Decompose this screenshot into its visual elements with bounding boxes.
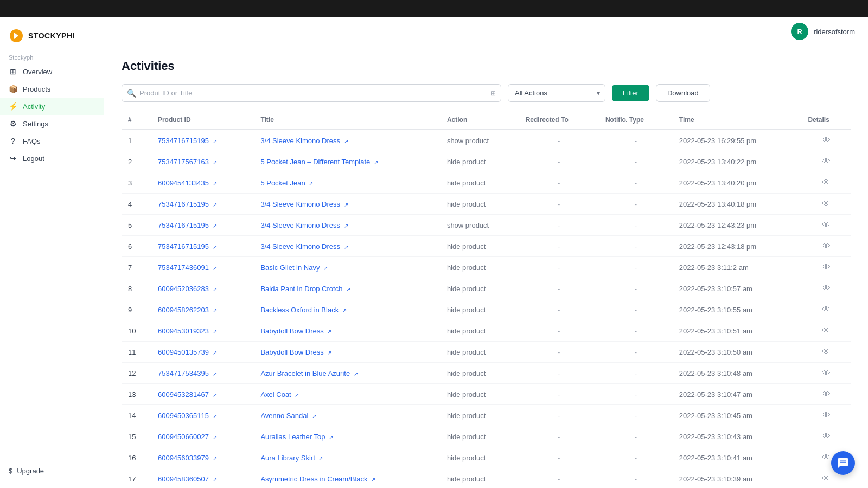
cell-title[interactable]: Babydoll Bow Dress ↗ [254, 320, 441, 342]
product-id-link[interactable]: 6009458360507 [158, 475, 209, 483]
sidebar-item-logout[interactable]: ↪ Logout [0, 150, 104, 167]
cell-product-id[interactable]: 7534716715195 ↗ [151, 194, 254, 215]
cell-product-id[interactable]: 6009450365115 ↗ [151, 405, 254, 426]
cell-product-id[interactable]: 6009450660027 ↗ [151, 426, 254, 447]
cell-title[interactable]: Basic Gilet in Navy ↗ [254, 257, 441, 278]
cell-product-id[interactable]: 7534717436091 ↗ [151, 257, 254, 278]
chat-button[interactable] [831, 451, 855, 475]
cell-details[interactable]: 👁 [801, 342, 851, 363]
title-link[interactable]: Axel Coat [260, 390, 291, 399]
cell-title[interactable]: Babydoll Bow Dress ↗ [254, 342, 441, 363]
cell-title[interactable]: Avenno Sandal ↗ [254, 405, 441, 426]
eye-icon[interactable]: 👁 [822, 474, 831, 483]
product-id-link[interactable]: 6009453019323 [158, 327, 209, 335]
eye-icon[interactable]: 👁 [822, 410, 831, 420]
eye-icon[interactable]: 👁 [822, 368, 831, 377]
title-link[interactable]: 3/4 Sleeve Kimono Dress [260, 242, 340, 251]
cell-product-id[interactable]: 7534716715195 ↗ [151, 215, 254, 236]
title-link[interactable]: Asymmetric Dress in Cream/Black [260, 475, 367, 483]
cell-title[interactable]: Backless Oxford in Black ↗ [254, 299, 441, 320]
product-id-link[interactable]: 7534716715195 [158, 200, 209, 208]
eye-icon[interactable]: 👁 [822, 347, 831, 356]
cell-product-id[interactable]: 6009458360507 ↗ [151, 468, 254, 489]
search-input[interactable] [122, 84, 501, 102]
cell-product-id[interactable]: 7534717567163 ↗ [151, 151, 254, 172]
title-link[interactable]: 3/4 Sleeve Kimono Dress [260, 200, 340, 208]
product-id-link[interactable]: 7534716715195 [158, 221, 209, 229]
eye-icon[interactable]: 👁 [822, 136, 831, 145]
eye-icon[interactable]: 👁 [822, 453, 831, 462]
cell-product-id[interactable]: 7534717534395 ↗ [151, 363, 254, 384]
cell-product-id[interactable]: 6009453019323 ↗ [151, 320, 254, 342]
cell-details[interactable]: 👁 [801, 172, 851, 194]
download-button[interactable]: Download [656, 84, 710, 102]
sidebar-item-products[interactable]: 📦 Products [0, 80, 104, 98]
cell-product-id[interactable]: 7534716715195 ↗ [151, 236, 254, 257]
product-id-link[interactable]: 7534717534395 [158, 369, 209, 377]
eye-icon[interactable]: 👁 [822, 220, 831, 229]
cell-title[interactable]: Asymmetric Dress in Cream/Black ↗ [254, 468, 441, 489]
actions-select[interactable]: All Actions show product hide product [508, 84, 605, 102]
cell-details[interactable]: 👁 [801, 320, 851, 342]
upgrade-button[interactable]: $ Upgrade [9, 467, 95, 475]
title-link[interactable]: 3/4 Sleeve Kimono Dress [260, 137, 340, 145]
cell-details[interactable]: 👁 [801, 405, 851, 426]
product-id-link[interactable]: 7534717436091 [158, 264, 209, 272]
eye-icon[interactable]: 👁 [822, 241, 831, 251]
cell-details[interactable]: 👁 [801, 236, 851, 257]
cell-title[interactable]: 3/4 Sleeve Kimono Dress ↗ [254, 236, 441, 257]
filter-button[interactable]: Filter [612, 85, 649, 101]
cell-title[interactable]: 3/4 Sleeve Kimono Dress ↗ [254, 194, 441, 215]
product-id-link[interactable]: 6009456033979 [158, 454, 209, 462]
title-link[interactable]: Auralias Leather Top [260, 433, 325, 441]
product-id-link[interactable]: 6009452036283 [158, 285, 209, 293]
cell-product-id[interactable]: 7534716715195 ↗ [151, 130, 254, 151]
cell-product-id[interactable]: 6009458262203 ↗ [151, 299, 254, 320]
cell-title[interactable]: Balda Pant in Drop Crotch ↗ [254, 278, 441, 299]
cell-details[interactable]: 👁 [801, 299, 851, 320]
title-link[interactable]: Avenno Sandal [260, 412, 308, 420]
cell-title[interactable]: 5 Pocket Jean ↗ [254, 172, 441, 194]
cell-details[interactable]: 👁 [801, 363, 851, 384]
eye-icon[interactable]: 👁 [822, 157, 831, 166]
sidebar-item-activity[interactable]: ⚡ Activity [0, 98, 104, 115]
title-link[interactable]: 5 Pocket Jean – Different Template [260, 158, 370, 166]
product-id-link[interactable]: 6009450660027 [158, 433, 209, 441]
product-id-link[interactable]: 6009450135739 [158, 348, 209, 356]
cell-details[interactable]: 👁 [801, 215, 851, 236]
product-id-link[interactable]: 6009454133435 [158, 179, 209, 187]
title-link[interactable]: Basic Gilet in Navy [260, 264, 320, 272]
cell-product-id[interactable]: 6009450135739 ↗ [151, 342, 254, 363]
sidebar-item-settings[interactable]: ⚙ Settings [0, 115, 104, 132]
cell-title[interactable]: 3/4 Sleeve Kimono Dress ↗ [254, 130, 441, 151]
product-id-link[interactable]: 7534717567163 [158, 158, 209, 166]
cell-details[interactable]: 👁 [801, 257, 851, 278]
eye-icon[interactable]: 👁 [822, 432, 831, 441]
cell-product-id[interactable]: 6009454133435 ↗ [151, 172, 254, 194]
cell-product-id[interactable]: 6009453281467 ↗ [151, 384, 254, 405]
cell-details[interactable]: 👁 [801, 194, 851, 215]
cell-details[interactable]: 👁 [801, 151, 851, 172]
cell-product-id[interactable]: 6009456033979 ↗ [151, 447, 254, 468]
cell-title[interactable]: Axel Coat ↗ [254, 384, 441, 405]
title-link[interactable]: Babydoll Bow Dress [260, 327, 323, 335]
cell-title[interactable]: Aura Library Skirt ↗ [254, 447, 441, 468]
product-id-link[interactable]: 7534716715195 [158, 242, 209, 251]
eye-icon[interactable]: 👁 [822, 389, 831, 399]
sidebar-item-overview[interactable]: ⊞ Overview [0, 63, 104, 80]
title-link[interactable]: Backless Oxford in Black [260, 306, 339, 314]
sidebar-item-faqs[interactable]: ? FAQs [0, 132, 104, 150]
eye-icon[interactable]: 👁 [822, 178, 831, 187]
cell-title[interactable]: Auralias Leather Top ↗ [254, 426, 441, 447]
title-link[interactable]: Babydoll Bow Dress [260, 348, 323, 356]
title-link[interactable]: 3/4 Sleeve Kimono Dress [260, 221, 340, 229]
eye-icon[interactable]: 👁 [822, 262, 831, 272]
title-link[interactable]: Aura Library Skirt [260, 454, 315, 462]
eye-icon[interactable]: 👁 [822, 305, 831, 314]
eye-icon[interactable]: 👁 [822, 199, 831, 208]
eye-icon[interactable]: 👁 [822, 284, 831, 293]
product-id-link[interactable]: 6009450365115 [158, 412, 209, 420]
product-id-link[interactable]: 6009458262203 [158, 306, 209, 314]
cell-title[interactable]: Azur Bracelet in Blue Azurite ↗ [254, 363, 441, 384]
cell-title[interactable]: 3/4 Sleeve Kimono Dress ↗ [254, 215, 441, 236]
